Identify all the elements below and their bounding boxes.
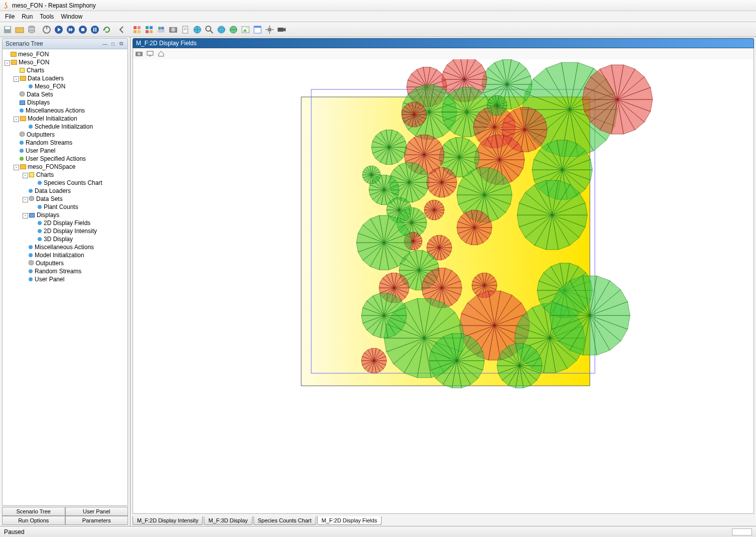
svg-point-27 <box>158 27 161 30</box>
tree-node[interactable]: 2D Display Intensity <box>3 227 128 235</box>
tree-node[interactable]: Random Streams <box>3 267 128 275</box>
open-icon[interactable] <box>14 24 25 35</box>
svg-rect-1 <box>5 27 10 29</box>
bottom-tab[interactable]: M_F:2D Display Fields <box>317 516 382 525</box>
tree-node[interactable]: Species Counts Chart <box>3 179 128 187</box>
minimize-icon[interactable]: — <box>101 40 108 47</box>
globe-icon[interactable] <box>192 24 203 35</box>
tree-label: Meso_FON <box>35 83 65 90</box>
tree-toggle-icon[interactable]: - <box>23 197 28 202</box>
tree-node[interactable]: Schedule Initialization <box>3 123 128 131</box>
tree-node[interactable]: -meso_FONSpace <box>3 163 128 171</box>
camera-icon[interactable] <box>135 50 143 58</box>
tree-label: User Panel <box>35 276 64 283</box>
display-canvas[interactable] <box>133 59 754 514</box>
tree-node[interactable]: Outputters <box>3 131 128 139</box>
tree-toggle-icon[interactable]: - <box>14 76 19 82</box>
main-area: Scenario Tree — □ ⧉ meso_FON-Meso_FONCha… <box>0 37 756 526</box>
tree-label: meso_FONSpace <box>28 163 75 170</box>
title-bar: meso_FON - Repast Simphony <box>0 0 756 11</box>
tree-node[interactable]: Data Sets <box>3 90 128 98</box>
globe3-icon[interactable] <box>228 24 239 35</box>
tree-node[interactable]: Outputters <box>3 259 128 267</box>
svg-rect-51 <box>278 28 284 32</box>
tree-node[interactable]: Miscellaneous Actions <box>3 243 128 251</box>
save-icon[interactable] <box>2 24 13 35</box>
magnify-icon[interactable] <box>204 24 215 35</box>
gear-icon[interactable] <box>264 24 275 35</box>
svg-rect-56 <box>149 56 151 56</box>
agent-fan <box>429 334 484 388</box>
picture-icon[interactable] <box>240 24 251 35</box>
refresh-icon[interactable] <box>101 24 112 35</box>
menu-run[interactable]: Run <box>19 12 36 21</box>
menu-file[interactable]: File <box>2 12 18 21</box>
bottom-tab[interactable]: Species Counts Chart <box>254 516 316 525</box>
tab-scenario-tree[interactable]: Scenario Tree <box>2 507 65 516</box>
left-tabs: Scenario Tree User Panel Run Options Par… <box>2 507 128 525</box>
power-icon[interactable] <box>41 24 52 35</box>
svg-rect-14 <box>81 28 84 31</box>
status-field <box>732 528 752 535</box>
tree-node[interactable]: Displays <box>3 98 128 106</box>
tree-toggle-icon[interactable]: - <box>23 213 28 219</box>
grid-color-icon[interactable] <box>144 24 155 35</box>
tree-node[interactable]: Data Loaders <box>3 187 128 195</box>
globe2-icon[interactable] <box>216 24 227 35</box>
tree-node[interactable]: Plant Counts <box>3 203 128 211</box>
tree-toggle-icon[interactable]: - <box>23 173 28 178</box>
tree-node[interactable]: meso_FON <box>3 50 128 58</box>
tree-label: Displays <box>27 99 50 106</box>
svg-point-46 <box>268 28 272 32</box>
tree-node[interactable]: User Panel <box>3 275 128 283</box>
tree-toggle-icon[interactable]: - <box>5 60 10 66</box>
agent-fan <box>402 102 427 127</box>
home-icon[interactable] <box>157 50 165 58</box>
fastforward-icon[interactable] <box>65 24 76 35</box>
tree-node[interactable]: -Model Initialization <box>3 115 128 123</box>
tree-label: 2D Display Intensity <box>44 228 97 235</box>
svg-point-54 <box>138 53 141 56</box>
tree-label: Species Counts Chart <box>44 179 102 186</box>
db-icon[interactable] <box>26 24 37 35</box>
tree-node[interactable]: 3D Display <box>3 235 128 243</box>
tree-node[interactable]: -Data Sets <box>3 195 128 203</box>
stop-icon[interactable] <box>77 24 88 35</box>
close-icon[interactable]: ⧉ <box>117 40 124 47</box>
svg-point-38 <box>218 26 225 33</box>
camera-icon[interactable] <box>168 24 179 35</box>
tree-toggle-icon[interactable]: - <box>14 165 19 170</box>
tree-node[interactable]: Charts <box>3 66 128 74</box>
tree-node[interactable]: Miscellaneous Actions <box>3 106 128 115</box>
grid-red-icon[interactable] <box>132 24 143 35</box>
camera2-icon[interactable] <box>276 24 287 35</box>
tree-node[interactable]: 2D Display Fields <box>3 219 128 227</box>
people-icon[interactable] <box>156 24 167 35</box>
tab-parameters[interactable]: Parameters <box>65 516 129 525</box>
tree-node[interactable]: Model Initialization <box>3 251 128 259</box>
scenario-tree[interactable]: meso_FON-Meso_FONCharts-Data LoadersMeso… <box>2 49 128 506</box>
tree-toggle-icon[interactable]: - <box>14 117 19 122</box>
maximize-icon[interactable]: □ <box>109 40 116 47</box>
window-icon[interactable] <box>252 24 263 35</box>
back-icon[interactable] <box>116 24 128 35</box>
monitor-icon[interactable] <box>146 50 154 58</box>
tab-run-options[interactable]: Run Options <box>2 516 65 525</box>
menu-window[interactable]: Window <box>58 12 85 21</box>
tree-node[interactable]: User Specified Actions <box>3 155 128 163</box>
tree-node[interactable]: -Data Loaders <box>3 74 128 82</box>
agent-fan <box>424 200 444 220</box>
bottom-tab[interactable]: M_F:3D Display <box>204 516 252 525</box>
tree-node[interactable]: -Displays <box>3 211 128 219</box>
play-icon[interactable] <box>53 24 64 35</box>
bottom-tab[interactable]: M_F:2D Display Intensity <box>133 516 203 525</box>
pause-icon[interactable] <box>89 24 100 35</box>
tree-node[interactable]: User Panel <box>3 147 128 155</box>
tree-node[interactable]: -Meso_FON <box>3 58 128 66</box>
tree-node[interactable]: Random Streams <box>3 139 128 147</box>
tree-node[interactable]: -Charts <box>3 171 128 179</box>
doc-icon[interactable] <box>180 24 191 35</box>
tree-node[interactable]: Meso_FON <box>3 82 128 90</box>
tab-user-panel[interactable]: User Panel <box>65 507 129 516</box>
menu-tools[interactable]: Tools <box>37 12 57 21</box>
